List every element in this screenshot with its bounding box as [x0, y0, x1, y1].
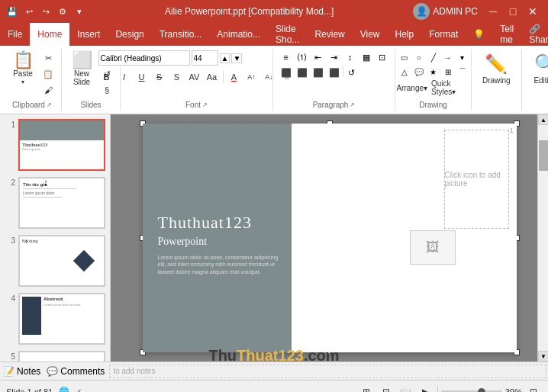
new-slide-button[interactable]: ⬜ NewSlide	[66, 50, 97, 88]
shape-more[interactable]: ▾	[456, 50, 469, 64]
copy-button[interactable]: 📋	[40, 66, 56, 82]
decrease-indent-button[interactable]: ⇤	[311, 50, 326, 64]
comments-button[interactable]: 💬 Comments	[44, 365, 108, 378]
menu-design[interactable]: Design	[108, 23, 151, 46]
reading-view-button[interactable]: 📖	[398, 384, 414, 393]
shape-callout[interactable]: 💬	[412, 65, 426, 79]
shadow-button[interactable]: S	[169, 69, 185, 85]
scroll-up-button[interactable]: ▲	[538, 114, 548, 125]
slide-img-2[interactable]: Tên tác giả Lorem ipsum dolor	[18, 177, 105, 229]
font-size-down[interactable]: ▼	[231, 53, 242, 63]
shape-arrow[interactable]: →	[441, 50, 455, 64]
cut-button[interactable]: ✂	[40, 50, 56, 66]
slide-thumbnail-2[interactable]: 2 Tên tác giả Lorem ipsum dolor	[3, 175, 107, 230]
menu-tellme[interactable]: Tell me	[492, 23, 521, 46]
zoom-thumb[interactable]	[478, 388, 485, 393]
redo-icon[interactable]: ↪	[40, 5, 52, 18]
bold-button[interactable]: B	[98, 69, 115, 85]
menu-view[interactable]: View	[353, 23, 388, 46]
slide-thumbnail-3[interactable]: 3 Nội dung	[3, 233, 107, 288]
menu-share[interactable]: 🔗 Share	[521, 23, 548, 46]
format-painter-button[interactable]: 🖌	[40, 82, 56, 98]
align-right-button[interactable]: ⬛	[311, 66, 326, 79]
save-icon[interactable]: 💾	[6, 5, 18, 18]
menu-help[interactable]: Help	[388, 23, 422, 46]
drawing-button[interactable]: ✏️ Drawing	[476, 50, 517, 88]
shape-heart[interactable]: ⊞	[441, 65, 455, 79]
menu-review[interactable]: Review	[307, 23, 352, 46]
click-to-add-picture[interactable]: Click icon to add picture	[444, 130, 509, 229]
scroll-track[interactable]	[538, 125, 548, 351]
smart-art-button[interactable]: ↺	[344, 66, 359, 79]
italic-button[interactable]: I	[116, 69, 133, 85]
font-size-up[interactable]: ▲	[220, 53, 230, 63]
quick-styles-button[interactable]: Quick Styles▾	[428, 80, 469, 95]
change-case-button[interactable]: Aa	[204, 69, 221, 85]
shape-oval[interactable]: ○	[412, 50, 426, 64]
char-spacing-button[interactable]: AV	[186, 69, 203, 85]
slide-img-3[interactable]: Nội dung	[18, 235, 105, 287]
slide-num-3: 3	[5, 235, 15, 245]
slide-num-5: 5	[5, 351, 15, 361]
slide-img-4[interactable]: Abstrsck Lorem ipsum dolor sit amet	[18, 293, 105, 345]
image-placeholder[interactable]: 🖼	[410, 230, 456, 265]
slide-thumbnail-1[interactable]: 1 Thuthuat123 Powerpoint	[3, 117, 107, 172]
dropdown-icon[interactable]: ▾	[73, 5, 85, 18]
font-name-input[interactable]	[98, 50, 190, 66]
undo-icon[interactable]: ↩	[23, 5, 35, 18]
shape-star[interactable]: ★	[427, 65, 440, 79]
paste-button[interactable]: 📋 Paste ▾	[8, 50, 38, 87]
align-left-button[interactable]: ⬛	[279, 66, 294, 79]
increase-font-button[interactable]: A↑	[243, 69, 260, 85]
menu-insert[interactable]: Insert	[69, 23, 108, 46]
numbered-list-button[interactable]: ⑴	[295, 50, 310, 64]
text-direction-button[interactable]: ⊡	[375, 50, 390, 64]
columns-button[interactable]: ▦	[359, 50, 374, 64]
normal-view-button[interactable]: ⊞	[358, 384, 375, 393]
arrange-button[interactable]: Arrange▾	[398, 80, 427, 95]
vertical-scrollbar[interactable]: ▲ ▼	[537, 114, 548, 361]
paragraph-expand-icon[interactable]: ↗	[350, 101, 355, 108]
slide-img-5[interactable]	[18, 351, 105, 361]
minimize-button[interactable]: ─	[484, 4, 502, 19]
fit-slide-button[interactable]: ⊡	[525, 384, 542, 393]
bullet-list-button[interactable]: ≡	[279, 50, 294, 64]
increase-indent-button[interactable]: ⇥	[327, 50, 342, 64]
strikethrough-button[interactable]: S	[151, 69, 168, 85]
slide-thumbnail-4[interactable]: 4 Abstrsck Lorem ipsum dolor sit amet	[3, 291, 107, 346]
editing-button[interactable]: 🔍 Editing	[527, 50, 548, 88]
line-spacing-button[interactable]: ↕	[343, 50, 358, 64]
scroll-thumb[interactable]	[539, 140, 548, 171]
font-color-button[interactable]: A	[226, 69, 243, 85]
notes-icon: 📝	[3, 366, 15, 377]
menu-slideshow[interactable]: Slide Sho...	[268, 23, 307, 46]
slideshow-button[interactable]: ▶	[417, 384, 434, 393]
shape-rect[interactable]: ▭	[398, 50, 411, 64]
font-size-input[interactable]	[192, 50, 218, 66]
menu-format[interactable]: Format	[421, 23, 466, 46]
shape-triangle[interactable]: △	[398, 65, 411, 79]
menu-search-icon[interactable]: 💡	[466, 23, 492, 46]
customize-icon[interactable]: ⚙	[56, 5, 69, 18]
font-expand-icon[interactable]: ↗	[202, 101, 208, 108]
menu-file[interactable]: File	[0, 23, 30, 46]
menu-transition[interactable]: Transitio...	[152, 23, 210, 46]
maximize-button[interactable]: □	[504, 4, 522, 19]
main-slide[interactable]: Thuthuat123 Powerpoint Lorem ipsum dolor…	[143, 124, 517, 352]
slide-thumbnail-5[interactable]: 5	[3, 349, 107, 361]
underline-button[interactable]: U	[134, 69, 150, 85]
notes-button[interactable]: 📝 Notes	[0, 365, 44, 378]
menu-animation[interactable]: Animatio...	[209, 23, 268, 46]
close-button[interactable]: ✕	[524, 4, 542, 19]
clipboard-expand-icon[interactable]: ↗	[47, 101, 52, 108]
slide-sorter-button[interactable]: ⊟	[378, 384, 395, 393]
justify-button[interactable]: ⬛	[327, 66, 342, 79]
shape-more2[interactable]: ⌒	[456, 65, 469, 79]
align-center-button[interactable]: ⬛	[295, 66, 310, 79]
add-notes-area[interactable]: to add notes	[109, 365, 546, 378]
slide-img-1[interactable]: Thuthuat123 Powerpoint	[18, 119, 105, 171]
paste-dropdown[interactable]: ▾	[21, 79, 24, 85]
shape-line[interactable]: ╱	[427, 50, 440, 64]
scroll-down-button[interactable]: ▼	[538, 351, 548, 361]
menu-home[interactable]: Home	[30, 23, 69, 46]
